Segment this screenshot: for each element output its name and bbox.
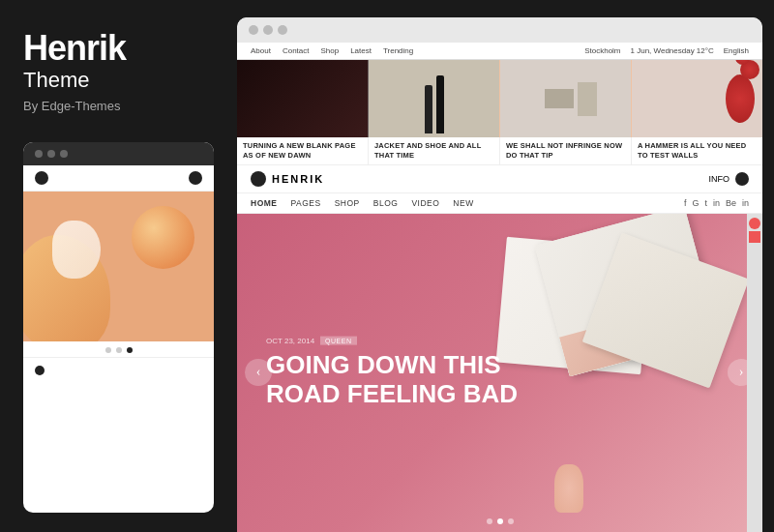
- mini-dot-yellow: [47, 150, 55, 158]
- article-label-2: JACKET AND SHOE AND ALL THAT TIME: [369, 137, 500, 164]
- site-logo-text: HENRIK: [272, 173, 324, 185]
- top-bar-contact[interactable]: Contact: [283, 46, 310, 55]
- article-strip: [237, 60, 762, 137]
- sidebar-by: By Edge-Themes: [23, 99, 214, 113]
- article-card-2[interactable]: [369, 60, 500, 137]
- article-card-3[interactable]: [500, 60, 632, 137]
- mini-logo-dot: [35, 171, 48, 185]
- mini-footer-label: LATEST POSTS: [49, 366, 126, 375]
- social-behance[interactable]: Be: [726, 198, 736, 208]
- mini-logo-text: HENRIK: [54, 172, 97, 183]
- browser-dot-green: [278, 25, 287, 35]
- right-icon-2: [749, 231, 760, 243]
- hero-tag: QUEEN: [320, 337, 356, 345]
- right-icon-1: [749, 218, 760, 229]
- top-bar-language[interactable]: English: [724, 46, 749, 55]
- hero-hand: [554, 464, 583, 513]
- mini-dot-2: [116, 347, 122, 353]
- article-labels: TURNING A NEW BLANK PAGE AS OF NEW DAWN …: [237, 137, 762, 165]
- article-label-1: TURNING A NEW BLANK PAGE AS OF NEW DAWN: [237, 137, 369, 164]
- hero-dot-1[interactable]: [487, 518, 492, 524]
- mini-nav: HENRIK MENU: [23, 165, 214, 192]
- article-label-3: WE SHALL NOT INFRINGE NOW DO THAT TIP: [500, 137, 632, 164]
- sidebar-subtitle: Theme: [23, 68, 214, 93]
- site-header: HENRIK INFO: [237, 165, 762, 193]
- mini-browser-preview: HENRIK MENU LATEST POSTS: [23, 142, 214, 513]
- sec-nav-pages[interactable]: PAGES: [291, 198, 321, 208]
- hero-dot-3[interactable]: [508, 518, 514, 524]
- article-card-1[interactable]: [237, 60, 369, 137]
- hero-meta: OCT 23, 2014 QUEEN: [266, 337, 518, 345]
- sec-nav-new[interactable]: NEW: [453, 198, 473, 208]
- top-bar-latest[interactable]: Latest: [350, 46, 372, 55]
- site-info-label[interactable]: INFO: [709, 174, 730, 184]
- sidebar-title: Henrik: [23, 29, 214, 68]
- top-bar: About Contact Shop Latest Trending Stock…: [237, 43, 762, 60]
- article-img-3: [500, 60, 631, 137]
- site-logo: HENRIK: [251, 171, 324, 187]
- top-bar-right: Stockholm 1 Jun, Wednesday 12°C English: [584, 46, 749, 55]
- right-edge-strip: [747, 214, 762, 533]
- citrus-right: [132, 206, 194, 269]
- mini-browser-titlebar: [23, 142, 214, 165]
- mini-footer-action[interactable]: VIEW MORE: [147, 366, 202, 375]
- mini-nav-menu: MENU: [152, 171, 202, 185]
- article-img-4: [632, 60, 762, 137]
- browser-titlebar: [237, 17, 762, 43]
- mini-nav-logo: HENRIK: [35, 171, 97, 185]
- top-bar-nav: About Contact Shop Latest Trending: [251, 46, 413, 55]
- social-twitter[interactable]: t: [704, 198, 707, 208]
- site-info: INFO: [709, 172, 750, 186]
- article-img-1: [237, 60, 368, 137]
- hero-title: GOING DOWN THIS ROAD FEELING BAD: [266, 351, 518, 409]
- mini-footer-latest: LATEST POSTS: [35, 366, 126, 375]
- social-facebook[interactable]: f: [684, 198, 687, 208]
- sidebar: Henrik Theme By Edge-Themes HENRIK MENU: [0, 0, 237, 532]
- mini-dot-green: [60, 150, 68, 158]
- social-linkedin2[interactable]: in: [742, 198, 749, 208]
- secondary-nav: HOME PAGES SHOP BLOG VIDEO NEW f G t in …: [237, 193, 762, 214]
- mini-menu-dot: [189, 171, 202, 185]
- sec-nav-blog[interactable]: BLOG: [373, 198, 399, 208]
- social-linkedin[interactable]: in: [713, 198, 720, 208]
- citrus-white: [52, 221, 101, 279]
- mini-menu-text: MENU: [152, 172, 184, 183]
- hero-prev-button[interactable]: ‹: [245, 359, 272, 386]
- mini-dots-row: [23, 341, 214, 357]
- hero-dot-2[interactable]: [497, 518, 503, 524]
- hero-text-area: OCT 23, 2014 QUEEN GOING DOWN THIS ROAD …: [266, 337, 518, 409]
- mini-dot-red: [35, 150, 43, 158]
- sec-nav-home[interactable]: HOME: [251, 198, 278, 208]
- browser-dot-red: [249, 25, 258, 35]
- top-bar-location: Stockholm: [584, 46, 620, 55]
- hero-slider: OCT 23, 2014 QUEEN GOING DOWN THIS ROAD …: [237, 214, 762, 533]
- site-info-dot: [735, 172, 749, 186]
- mini-footer-dot: [35, 366, 45, 375]
- mini-dot-1: [105, 347, 111, 353]
- mini-dot-3: [127, 347, 133, 353]
- social-links: f G t in Be in: [684, 198, 749, 208]
- top-bar-shop[interactable]: Shop: [320, 46, 339, 55]
- top-bar-date: 1 Jun, Wednesday 12°C: [631, 46, 714, 55]
- browser-dot-yellow: [263, 25, 273, 35]
- top-bar-trending[interactable]: Trending: [383, 46, 413, 55]
- top-bar-about[interactable]: About: [251, 46, 271, 55]
- secondary-nav-links: HOME PAGES SHOP BLOG VIDEO NEW: [251, 198, 474, 208]
- mini-hero: [23, 192, 214, 341]
- sec-nav-shop[interactable]: SHOP: [335, 198, 360, 208]
- social-instagram[interactable]: G: [692, 198, 699, 208]
- article-label-4: A HAMMER IS ALL YOU NEED TO TEST WALLS: [632, 137, 762, 164]
- sec-nav-video[interactable]: VIDEO: [411, 198, 439, 208]
- article-img-2: [369, 60, 499, 137]
- mini-footer: LATEST POSTS VIEW MORE: [23, 357, 214, 383]
- hero-date: OCT 23, 2014: [266, 337, 314, 345]
- article-card-4[interactable]: [632, 60, 762, 137]
- hero-pagination: [487, 518, 514, 524]
- site-logo-dot: [251, 171, 266, 187]
- main-browser: About Contact Shop Latest Trending Stock…: [237, 17, 762, 532]
